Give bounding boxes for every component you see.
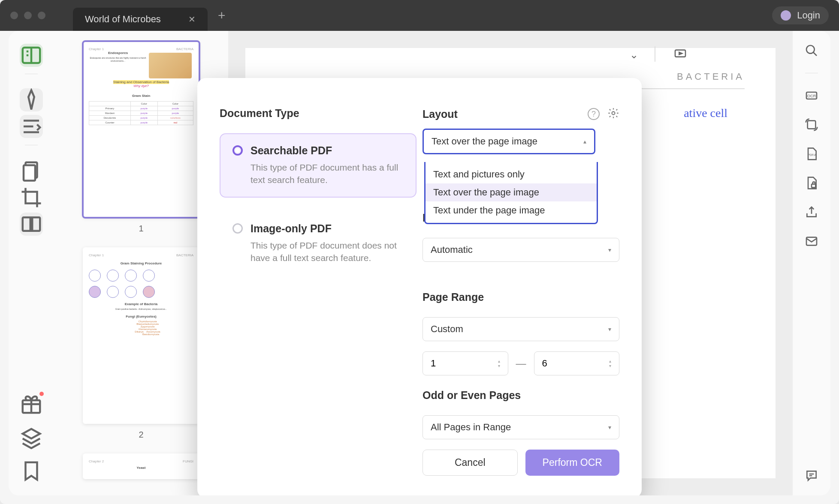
gear-icon[interactable]: [607, 107, 619, 121]
titlebar: World of Microbes ✕ + Login: [0, 0, 839, 31]
cancel-button[interactable]: Cancel: [423, 450, 518, 476]
layout-option-text-over[interactable]: Text over the page image: [426, 183, 597, 201]
layout-dropdown: Text and pictures only Text over the pag…: [424, 162, 598, 224]
layout-label: Layout: [423, 108, 458, 120]
close-window-button[interactable]: [10, 12, 18, 19]
chevron-down-icon: ▾: [608, 424, 611, 431]
new-tab-button[interactable]: +: [218, 8, 226, 23]
layout-option-text-pictures[interactable]: Text and pictures only: [426, 165, 597, 183]
radio-unchecked-icon: [232, 223, 243, 234]
help-icon[interactable]: ?: [588, 108, 600, 120]
range-start-input[interactable]: 1 ▴▾: [423, 351, 508, 375]
document-type-label: Document Type: [220, 107, 416, 120]
layout-option-text-under[interactable]: Text under the page image: [426, 201, 597, 219]
chevron-up-icon: ▴: [583, 138, 586, 145]
image-resolution-select[interactable]: Automatic ▾: [423, 238, 619, 262]
svg-point-23: [612, 112, 615, 115]
searchable-pdf-option[interactable]: Searchable PDF This type of PDF document…: [220, 133, 416, 198]
chevron-down-icon: ▾: [608, 246, 611, 253]
layout-select[interactable]: Text over the page image ▴: [423, 129, 595, 154]
perform-ocr-button[interactable]: Perform OCR: [525, 450, 620, 476]
login-label: Login: [797, 10, 820, 21]
range-end-input[interactable]: 6 ▴▾: [534, 351, 620, 375]
spinner-icon[interactable]: ▴▾: [609, 359, 611, 368]
image-only-pdf-option[interactable]: Image-only PDF This type of PDF document…: [220, 211, 416, 276]
imageonly-title: Image-only PDF: [250, 222, 404, 235]
searchable-title: Searchable PDF: [250, 144, 404, 157]
chevron-down-icon: ▾: [608, 326, 611, 333]
radio-checked-icon: [232, 145, 243, 156]
document-tab[interactable]: World of Microbes ✕: [73, 8, 208, 31]
login-button[interactable]: Login: [772, 6, 829, 24]
close-tab-icon[interactable]: ✕: [188, 14, 196, 24]
page-range-select[interactable]: Custom ▾: [423, 317, 619, 341]
tab-title: World of Microbes: [85, 14, 161, 25]
maximize-window-button[interactable]: [38, 12, 45, 19]
searchable-desc: This type of PDF document has a full tex…: [250, 161, 404, 186]
avatar-icon: [781, 10, 791, 21]
page-range-label: Page Range: [423, 291, 619, 303]
spinner-icon[interactable]: ▴▾: [498, 359, 500, 368]
minimize-window-button[interactable]: [24, 12, 32, 19]
odd-even-label: Odd or Even Pages: [423, 389, 619, 402]
ocr-modal-overlay: Document Type Searchable PDF This type o…: [9, 31, 830, 495]
imageonly-desc: This type of PDF document does not have …: [250, 239, 404, 264]
ocr-modal: Document Type Searchable PDF This type o…: [197, 78, 642, 495]
odd-even-select[interactable]: All Pages in Range ▾: [423, 415, 619, 439]
